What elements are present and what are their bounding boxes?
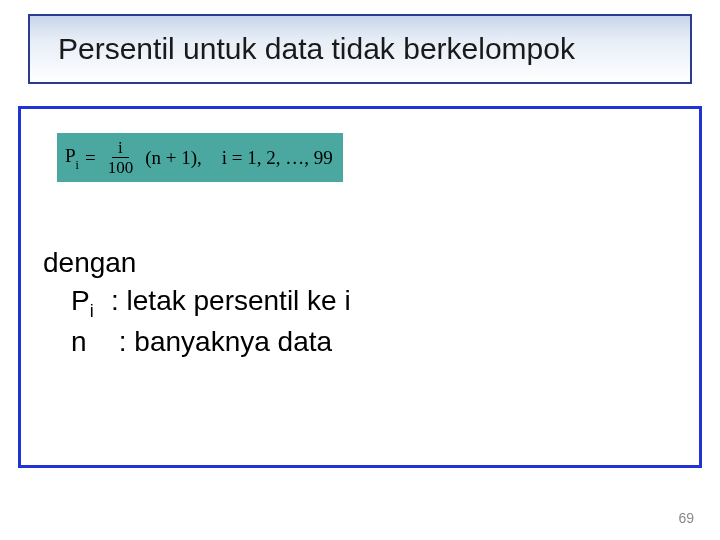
definitions-lead: dengan [43, 244, 677, 282]
definitions: dengan Pi : letak persentil ke i n : ban… [43, 244, 677, 360]
fraction-numerator: i [112, 139, 129, 158]
formula-tail: (n + 1), [145, 147, 202, 169]
formula: Pi = i 100 (n + 1), i = 1, 2, …, 99 [65, 139, 333, 176]
definition-n: n : banyaknya data [43, 323, 677, 361]
definition-pi-symbol: Pi [71, 282, 111, 323]
content-box: Pi = i 100 (n + 1), i = 1, 2, …, 99 deng… [18, 106, 702, 468]
formula-box: Pi = i 100 (n + 1), i = 1, 2, …, 99 [57, 133, 343, 182]
slide: Persentil untuk data tidak berkelompok P… [0, 0, 720, 540]
formula-lhs-base: P [65, 145, 76, 166]
formula-lhs-sub: i [76, 158, 79, 172]
definition-n-symbol: n [71, 323, 111, 361]
formula-range: i = 1, 2, …, 99 [222, 147, 333, 169]
definition-pi-base: P [71, 285, 90, 316]
definition-pi: Pi : letak persentil ke i [43, 282, 677, 323]
definition-pi-desc: : letak persentil ke i [111, 282, 351, 323]
formula-lhs: Pi [65, 145, 79, 171]
formula-eq: = [85, 147, 96, 169]
definition-n-desc: : banyaknya data [119, 323, 332, 361]
slide-title: Persentil untuk data tidak berkelompok [58, 32, 575, 66]
fraction-denominator: 100 [104, 158, 138, 176]
title-box: Persentil untuk data tidak berkelompok [28, 14, 692, 84]
formula-fraction: i 100 [104, 139, 138, 176]
page-number: 69 [678, 510, 694, 526]
definition-pi-sub: i [90, 300, 94, 320]
